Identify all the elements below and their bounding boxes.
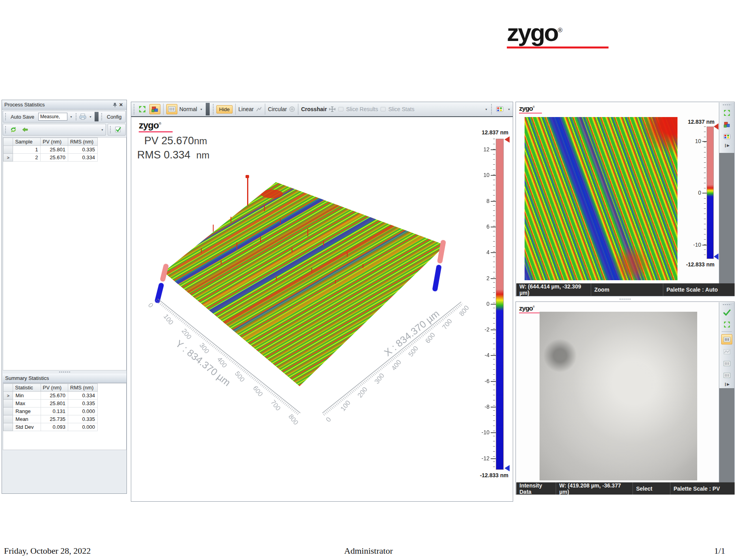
zoom-colorbar[interactable] (707, 127, 714, 259)
panel-splitter[interactable] (3, 371, 127, 373)
solid-view-icon[interactable] (722, 120, 732, 129)
display-mode-icon[interactable] (722, 347, 732, 356)
print-dropdown-icon[interactable]: ▼ (88, 115, 93, 118)
view-mode-dropdown-icon[interactable]: ▼ (199, 108, 203, 111)
expand-view-icon[interactable] (722, 320, 732, 329)
process-statistics-titlebar[interactable]: Process Statistics ✕ (2, 100, 127, 110)
slice-results-icon[interactable] (338, 106, 344, 112)
toolbar-grip[interactable] (491, 104, 492, 115)
col-rms[interactable]: RMS (nm) (68, 384, 98, 392)
hide-button[interactable]: Hide (216, 105, 233, 113)
col-statistic[interactable]: Statistic (13, 384, 41, 392)
circular-slice-icon[interactable] (289, 106, 295, 112)
strip-expander-icon[interactable]: ❙▶ (724, 382, 730, 386)
zoom-colorbar-max-marker[interactable] (714, 123, 718, 130)
measure-combo[interactable]: Measure, (38, 113, 67, 121)
linear-slice-button[interactable]: Linear (238, 106, 254, 112)
process-toolbar-1: Auto Save Measure, ▼ ▼ Config (3, 111, 126, 123)
slice-stats-button[interactable]: Slice Stats (388, 106, 414, 112)
table-row[interactable]: > Min 25.670 0.334 (4, 392, 98, 400)
palette-dropdown-icon[interactable]: ▼ (507, 108, 511, 111)
display-mode-icon[interactable] (722, 370, 732, 380)
table-row[interactable]: Range 0.131 0.000 (4, 407, 98, 415)
crosshair-button[interactable]: Crosshair (301, 106, 327, 112)
col-rms[interactable]: RMS (nm) (68, 138, 97, 146)
row-selector[interactable] (4, 146, 13, 154)
col-pv[interactable]: PV (nm) (41, 384, 68, 392)
colorbar-max-marker[interactable] (504, 136, 510, 143)
crosshair-icon[interactable] (329, 106, 336, 112)
load-data-icon[interactable] (20, 125, 30, 134)
circular-slice-button[interactable]: Circular (268, 106, 287, 112)
solid-view-icon[interactable] (149, 104, 160, 114)
mode-indicator[interactable]: Zoom (591, 283, 663, 296)
row-selector[interactable] (4, 415, 13, 423)
expand-view-icon[interactable] (722, 108, 732, 117)
toolbar-grip[interactable] (75, 113, 77, 121)
intensity-image[interactable] (540, 312, 697, 480)
row-selector-current[interactable]: > (4, 154, 13, 162)
accept-check-icon[interactable] (722, 308, 732, 317)
display-mode-icon[interactable] (722, 359, 732, 368)
right-splitter[interactable] (516, 297, 735, 301)
close-icon[interactable]: ✕ (118, 102, 124, 108)
palette-icon[interactable] (722, 132, 732, 141)
slice-stats-icon[interactable] (380, 106, 386, 112)
linear-slice-icon[interactable] (256, 106, 262, 112)
toolbar-grip[interactable] (110, 126, 111, 134)
strip-grip[interactable] (722, 304, 731, 305)
auto-save-button[interactable]: Auto Save (8, 113, 37, 121)
toolbar-dropdown-icon[interactable]: ▼ (100, 128, 104, 131)
mode-indicator[interactable]: Select (633, 482, 670, 495)
colorbar-min-marker[interactable] (504, 465, 510, 471)
panel-title: Process Statistics (4, 102, 112, 108)
summary-statistics-titlebar[interactable]: Summary Statistics (3, 374, 127, 383)
table-row[interactable]: Mean 25.735 0.335 (4, 415, 98, 423)
palette-scale-indicator[interactable]: Palette Scale : Auto (663, 283, 735, 296)
row-selector[interactable] (4, 423, 13, 431)
palette-scale-indicator[interactable]: Palette Scale : PV (670, 482, 735, 495)
surface-3d-plot[interactable]: 0 100 200 300 400 500 600 700 800 0 100 … (142, 158, 485, 433)
zygo-logo-text: zygo® (507, 20, 609, 45)
view-mode-label[interactable]: Normal (179, 106, 197, 112)
toolbar-grip[interactable] (133, 104, 135, 115)
col-pv[interactable]: PV (nm) (41, 138, 68, 146)
row-selector[interactable] (4, 407, 13, 415)
row-selector[interactable] (4, 400, 13, 407)
combo-dropdown-icon[interactable]: ▼ (69, 115, 73, 118)
toolbar-grip[interactable] (101, 113, 102, 121)
display-mode-icon-active[interactable] (721, 334, 732, 344)
toolbar-grip[interactable] (212, 104, 214, 115)
row-selector-current[interactable]: > (4, 392, 13, 400)
refresh-icon[interactable] (8, 125, 19, 134)
toolbar-dropdown-icon[interactable]: ▼ (484, 108, 488, 111)
strip-expander-icon[interactable]: ❙▶ (724, 143, 730, 147)
svg-text:500: 500 (233, 370, 246, 383)
table-row[interactable]: Max 25.801 0.335 (4, 400, 98, 407)
apply-check-icon[interactable] (113, 125, 123, 134)
strip-separator (722, 331, 732, 332)
summary-statistics-table[interactable]: Statistic PV (nm) RMS (nm) > Min 25.670 … (3, 383, 98, 431)
zoom-colorbar-scale: 10 0 -10 (681, 127, 707, 259)
expand-view-icon[interactable] (137, 104, 147, 114)
table-row[interactable]: 1 25.801 0.335 (4, 146, 98, 154)
pin-icon[interactable] (112, 102, 118, 107)
zoom-colorbar-min-marker[interactable] (714, 253, 718, 260)
table-row[interactable]: Std Dev 0.093 0.000 (4, 423, 98, 431)
strip-grip[interactable] (722, 104, 731, 106)
surface-mesh[interactable] (164, 182, 445, 386)
plot-style-icon[interactable] (166, 104, 177, 114)
process-statistics-table[interactable]: Sample PV (nm) RMS (nm) 1 25.801 0.335 >… (3, 138, 98, 162)
toolbar-grip[interactable] (5, 126, 6, 134)
slice-results-button[interactable]: Slice Results (346, 106, 378, 112)
col-sample[interactable]: Sample (13, 138, 41, 146)
surface-colorbar[interactable] (496, 139, 504, 470)
zygo-logo: zygo® (507, 20, 609, 48)
print-icon[interactable] (79, 113, 87, 120)
toolbar-grip[interactable] (5, 113, 6, 121)
table-row[interactable]: > 2 25.670 0.334 (4, 154, 98, 162)
zoom-surface-map[interactable] (525, 117, 677, 280)
process-toolbar-2: ▼ (3, 124, 106, 136)
palette-icon[interactable] (495, 104, 505, 114)
config-button[interactable]: Config (104, 113, 124, 121)
